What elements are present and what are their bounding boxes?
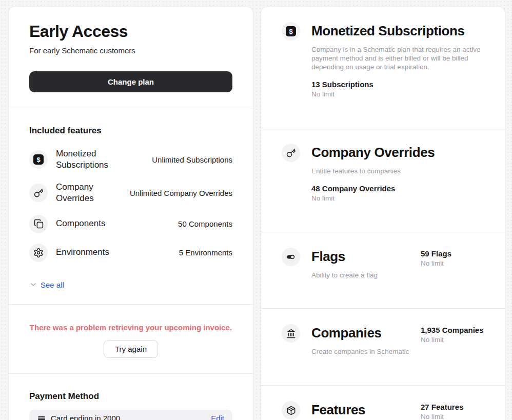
- usage-limit: No limit: [421, 413, 498, 420]
- gear-icon: [29, 244, 48, 262]
- feature-name: Environments: [56, 247, 171, 258]
- key-icon: [282, 144, 300, 162]
- usage-stats: 27 Features No limit: [421, 403, 498, 420]
- usage-count: 59 Flags: [421, 249, 498, 258]
- plan-subtitle: For early Schematic customers: [29, 46, 232, 55]
- plan-summary-section: Early Access For early Schematic custome…: [9, 7, 253, 107]
- usage-section-features: Features 27 Features No limit: [261, 386, 505, 419]
- credit-card-icon: [37, 414, 46, 420]
- usage-section-title: Company Overrides: [311, 145, 484, 161]
- plan-title: Early Access: [29, 22, 232, 41]
- payment-method-row: Card ending in 2000 Edit: [29, 410, 232, 420]
- payment-card-label: Card ending in 2000: [51, 414, 120, 420]
- usage-section-description: Entitle features to companies: [311, 167, 484, 175]
- feature-value: 50 Components: [178, 219, 232, 228]
- feature-list: $ Monetized Subscriptions Unlimited Subs…: [29, 148, 232, 262]
- usage-count: 27 Features: [421, 403, 498, 411]
- payment-method-heading: Payment Method: [29, 391, 232, 402]
- try-again-button[interactable]: Try again: [104, 340, 158, 358]
- feature-value: 5 Environments: [179, 248, 232, 257]
- plan-card: Early Access For early Schematic custome…: [8, 6, 253, 420]
- usage-stats: 59 Flags No limit: [421, 249, 498, 267]
- usage-section-title: Monetized Subscriptions: [311, 23, 484, 39]
- toggle-icon: [282, 248, 300, 266]
- usage-count: 48 Company Overrides: [311, 184, 484, 193]
- usage-count: 1,935 Companies: [421, 326, 498, 334]
- usage-card: $ Monetized Subscriptions Company is in …: [261, 6, 505, 420]
- invoice-error-message: There was a problem retrieving your upco…: [29, 323, 232, 332]
- package-icon: [282, 401, 300, 419]
- landmark-icon: [282, 324, 300, 343]
- usage-section-description: Create companies in Schematic: [311, 347, 484, 356]
- usage-section-description: Ability to create a flag: [311, 271, 484, 279]
- payment-method-section: Payment Method Card ending in 2000 Edit: [9, 374, 253, 420]
- invoice-error-section: There was a problem retrieving your upco…: [9, 305, 253, 374]
- see-all-label: See all: [41, 281, 64, 289]
- usage-section-description: Company is in a Schematic plan that requ…: [311, 45, 484, 71]
- feature-row-company-overrides: Company Overrides Unlimited Company Over…: [29, 182, 232, 205]
- usage-section-monetized-subscriptions: $ Monetized Subscriptions Company is in …: [261, 7, 505, 128]
- usage-limit: No limit: [421, 336, 498, 344]
- feature-name: Monetized Subscriptions: [56, 148, 144, 171]
- included-features-section: Included features $ Monetized Subscripti…: [9, 107, 253, 305]
- see-all-link[interactable]: See all: [29, 281, 64, 289]
- usage-count: 13 Subscriptions: [311, 80, 484, 89]
- feature-row-monetized-subscriptions: $ Monetized Subscriptions Unlimited Subs…: [29, 148, 232, 171]
- usage-stats: 48 Company Overrides No limit: [311, 184, 484, 202]
- usage-limit: No limit: [311, 90, 484, 98]
- usage-limit: No limit: [311, 194, 484, 202]
- usage-stats: 13 Subscriptions No limit: [311, 80, 484, 98]
- key-icon: [29, 184, 48, 202]
- chevron-down-icon: [29, 281, 37, 289]
- edit-payment-link[interactable]: Edit: [211, 414, 224, 420]
- usage-limit: No limit: [421, 259, 498, 267]
- copy-icon: [29, 215, 48, 233]
- feature-name: Components: [56, 218, 170, 229]
- feature-row-environments: Environments 5 Environments: [29, 244, 232, 262]
- feature-row-components: Components 50 Components: [29, 215, 232, 233]
- feature-value: Unlimited Subscriptions: [152, 155, 232, 164]
- usage-section-flags: Flags Ability to create a flag 59 Flags …: [261, 232, 505, 309]
- included-features-heading: Included features: [29, 126, 232, 136]
- usage-section-companies: Companies Create companies in Schematic …: [261, 309, 505, 386]
- usage-section-company-overrides: Company Overrides Entitle features to co…: [261, 128, 505, 232]
- dollar-square-icon: $: [282, 22, 300, 41]
- usage-stats: 1,935 Companies No limit: [421, 326, 498, 344]
- change-plan-button[interactable]: Change plan: [29, 71, 232, 92]
- billing-page: Early Access For early Schematic custome…: [0, 0, 512, 420]
- feature-name: Company Overrides: [56, 182, 122, 205]
- dollar-square-icon: $: [29, 150, 48, 169]
- feature-value: Unlimited Company Overrides: [130, 189, 232, 197]
